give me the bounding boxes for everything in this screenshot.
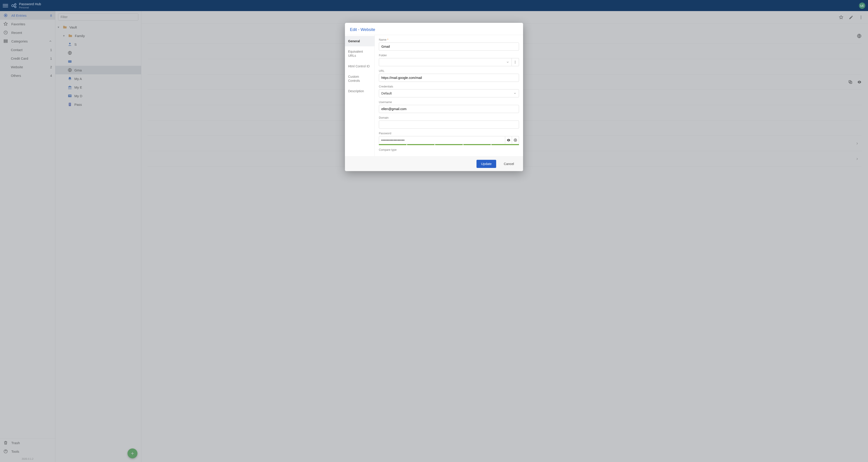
password-strength-meter: [379, 144, 519, 145]
domain-label: Domain: [379, 116, 519, 119]
tab-equivalent-urls[interactable]: Equivalent URLs: [345, 47, 375, 61]
tab-html-control-id[interactable]: Html Control ID: [345, 61, 375, 71]
chevron-down-icon: [506, 61, 509, 64]
svg-point-30: [515, 63, 515, 63]
tab-custom-controls[interactable]: Custom Controls: [345, 71, 375, 86]
password-label: Password: [379, 132, 519, 135]
tab-description[interactable]: Description: [345, 86, 375, 96]
generate-password-button[interactable]: [512, 136, 519, 144]
modal-overlay[interactable]: Edit - Website General Equivalent URLs H…: [0, 11, 868, 462]
brand-subtitle: Personal: [19, 6, 41, 9]
svg-point-31: [508, 140, 509, 141]
url-input[interactable]: [379, 74, 519, 82]
folder-label: Folder: [379, 54, 519, 57]
svg-point-0: [12, 4, 14, 6]
folder-more-button[interactable]: [512, 58, 519, 66]
chevron-down-icon: [513, 92, 517, 95]
svg-point-2: [14, 6, 16, 8]
svg-point-1: [14, 3, 16, 5]
username-label: Username: [379, 100, 519, 104]
dialog-title: Edit - Website: [345, 23, 523, 35]
domain-input[interactable]: [379, 121, 519, 129]
folder-select[interactable]: [379, 58, 512, 66]
dialog-form: Name* Folder: [375, 35, 523, 156]
svg-point-29: [515, 62, 515, 62]
name-input[interactable]: [379, 42, 519, 51]
tab-general[interactable]: General: [345, 36, 375, 47]
reveal-password-button[interactable]: [505, 136, 512, 144]
topbar: Password Hub Personal LC: [0, 0, 868, 11]
brand-icon: [11, 2, 17, 9]
svg-point-28: [515, 61, 515, 61]
username-input[interactable]: [379, 105, 519, 113]
name-label: Name*: [379, 38, 519, 41]
brand[interactable]: Password Hub Personal: [11, 2, 41, 9]
compare-type-label: Compare type: [379, 148, 519, 151]
brand-title: Password Hub: [19, 2, 41, 6]
edit-dialog: Edit - Website General Equivalent URLs H…: [345, 23, 523, 171]
cancel-button[interactable]: Cancel: [499, 160, 519, 168]
credentials-label: Credentials: [379, 85, 519, 88]
url-label: URL: [379, 69, 519, 72]
credentials-select[interactable]: Default: [379, 89, 519, 97]
dialog-tabs: General Equivalent URLs Html Control ID …: [345, 35, 375, 156]
avatar[interactable]: LC: [859, 2, 865, 9]
menu-toggle-button[interactable]: [3, 3, 8, 8]
update-button[interactable]: Update: [476, 160, 496, 168]
password-input[interactable]: [379, 136, 505, 144]
